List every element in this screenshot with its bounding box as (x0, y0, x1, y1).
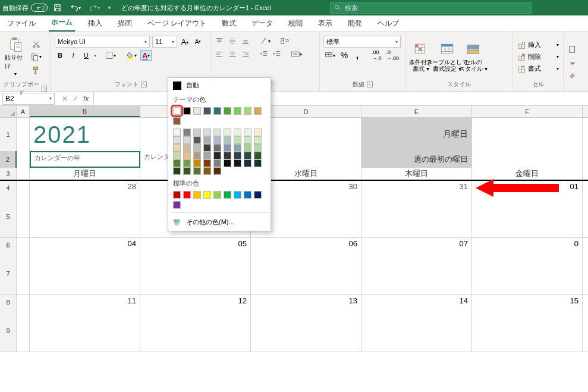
color-swatch[interactable] (224, 159, 231, 167)
color-swatch[interactable] (173, 128, 181, 136)
cal-date[interactable]: 11 (30, 295, 140, 309)
color-swatch[interactable] (173, 117, 181, 125)
row-header-2[interactable]: 2 (0, 151, 17, 168)
color-swatch[interactable] (224, 152, 231, 159)
bold-button[interactable]: B (55, 50, 65, 61)
search-input[interactable]: 検索 (330, 2, 532, 14)
indent-decrease-icon[interactable] (259, 49, 269, 59)
align-center-icon[interactable] (227, 49, 238, 59)
font-name-combo[interactable]: Meiryo UI▾ (55, 36, 150, 48)
font-size-combo[interactable]: 11▾ (152, 36, 177, 48)
color-swatch[interactable] (203, 128, 211, 136)
cell-a1[interactable] (17, 118, 30, 151)
color-swatch[interactable] (183, 128, 191, 136)
font-launcher-icon[interactable]: ⤡ (141, 81, 147, 87)
color-swatch[interactable] (213, 136, 221, 144)
color-swatch[interactable] (224, 144, 231, 152)
tab-file[interactable]: ファイル (5, 15, 38, 32)
cut-icon[interactable] (30, 39, 43, 49)
cancel-icon[interactable]: ✕ (62, 95, 68, 103)
color-swatch[interactable] (183, 152, 191, 159)
color-swatch[interactable] (224, 191, 231, 199)
color-swatch[interactable] (213, 191, 221, 199)
color-swatch[interactable] (203, 191, 211, 199)
cal-date[interactable]: 01 (472, 181, 583, 195)
cell-b1[interactable]: 2021 (30, 118, 140, 151)
shrink-font-icon[interactable]: A▾ (193, 36, 203, 47)
color-swatch[interactable] (193, 136, 201, 144)
color-swatch[interactable] (234, 107, 241, 115)
more-colors[interactable]: その他の色(M)... (168, 215, 271, 230)
orientation-icon[interactable]: ▾ (259, 36, 272, 46)
italic-button[interactable]: I (68, 50, 78, 61)
accounting-icon[interactable]: ▾ (323, 50, 337, 61)
color-swatch[interactable] (183, 136, 191, 144)
color-swatch[interactable] (224, 107, 231, 115)
autosave-toggle[interactable]: 自動保存 オフ (2, 4, 48, 12)
align-right-icon[interactable] (240, 49, 251, 59)
color-swatch[interactable] (234, 128, 241, 136)
color-swatch[interactable] (254, 107, 262, 115)
color-swatch[interactable] (193, 128, 201, 136)
tab-home[interactable]: ホーム (49, 14, 75, 32)
cell-a2[interactable] (17, 151, 30, 168)
color-swatch[interactable] (234, 144, 241, 152)
format-painter-icon[interactable] (30, 65, 43, 76)
color-swatch[interactable] (213, 167, 221, 175)
underline-button[interactable]: U (81, 50, 92, 61)
color-swatch[interactable] (183, 107, 191, 115)
row-header-5[interactable]: 5 (0, 195, 17, 237)
color-swatch[interactable] (193, 152, 201, 159)
cal-date[interactable]: 05 (140, 238, 251, 252)
cal-date[interactable]: 13 (251, 295, 361, 309)
color-swatch[interactable] (254, 128, 262, 136)
color-swatch[interactable] (244, 191, 251, 199)
borders-icon[interactable]: ▾ (104, 50, 117, 61)
tab-view[interactable]: 表示 (316, 15, 335, 32)
color-swatch[interactable] (183, 191, 191, 199)
number-format-combo[interactable]: 標準▾ (323, 36, 401, 48)
day-header-fri[interactable]: 金曜日 (472, 168, 583, 180)
select-all-button[interactable] (0, 106, 17, 117)
color-swatch[interactable] (254, 159, 262, 167)
copy-icon[interactable]: ▾ (30, 52, 43, 62)
color-swatch[interactable] (173, 136, 181, 144)
color-swatch[interactable] (193, 159, 201, 167)
insert-cells-button[interactable]: 挿入▾ (516, 40, 560, 51)
color-swatch[interactable] (203, 144, 211, 152)
number-launcher-icon[interactable]: ⤡ (367, 81, 373, 87)
paste-button[interactable]: 貼り付け ▾ (4, 35, 27, 79)
align-bottom-icon[interactable] (240, 36, 251, 46)
clear-icon[interactable] (567, 70, 578, 81)
color-swatch[interactable] (203, 136, 211, 144)
color-swatch[interactable] (193, 107, 201, 115)
color-swatch[interactable] (244, 136, 251, 144)
row-header-1[interactable]: 1 (0, 118, 17, 151)
color-swatch[interactable] (173, 144, 181, 152)
comma-icon[interactable]: , (352, 50, 363, 61)
color-swatch[interactable] (244, 128, 251, 136)
cell-e1[interactable]: 月曜日 (361, 118, 472, 151)
cal-date[interactable]: 28 (30, 181, 140, 195)
autosum-icon[interactable] (567, 44, 578, 55)
save-icon[interactable] (52, 2, 63, 13)
color-swatch[interactable] (173, 152, 181, 159)
tab-insert[interactable]: 挿入 (86, 15, 105, 32)
enter-icon[interactable]: ✓ (73, 95, 78, 103)
redo-icon[interactable]: ▾ (88, 2, 101, 13)
qat-more-icon[interactable]: ▼ (107, 5, 112, 11)
color-swatch[interactable] (193, 191, 201, 199)
row-header-7[interactable]: 7 (0, 252, 17, 294)
color-swatch[interactable] (203, 107, 211, 115)
format-cells-button[interactable]: 書式▾ (516, 64, 560, 74)
color-swatch[interactable] (173, 107, 181, 115)
color-swatch[interactable] (213, 144, 221, 152)
cal-date[interactable]: 15 (472, 295, 583, 309)
color-swatch[interactable] (173, 201, 181, 209)
color-swatch[interactable] (213, 159, 221, 167)
cell-f1[interactable] (472, 118, 583, 151)
color-swatch[interactable] (244, 159, 251, 167)
col-header-f[interactable]: F (472, 106, 583, 117)
row-header-3[interactable]: 3 (0, 168, 17, 180)
tab-data[interactable]: データ (249, 15, 275, 32)
